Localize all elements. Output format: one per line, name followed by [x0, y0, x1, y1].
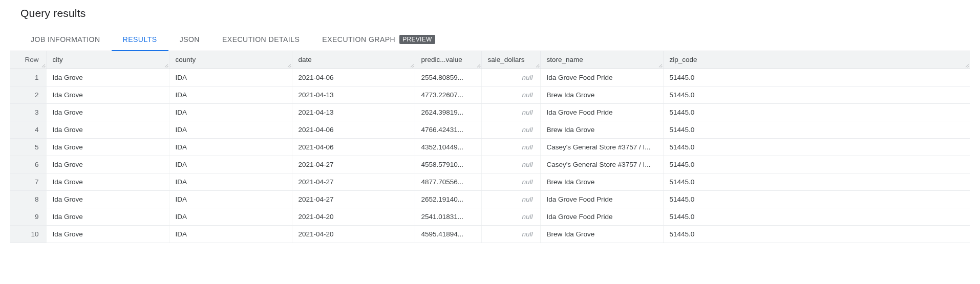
table-row[interactable]: 9Ida GroveIDA2021-04-202541.01831...null…	[10, 208, 970, 225]
table-row[interactable]: 7Ida GroveIDA2021-04-274877.70556...null…	[10, 173, 970, 190]
cell-store_name: Brew Ida Grove	[540, 86, 663, 103]
table-row[interactable]: 8Ida GroveIDA2021-04-272652.19140...null…	[10, 190, 970, 208]
cell-predic_value: 4773.22607...	[415, 86, 481, 103]
cell-date: 2021-04-20	[292, 208, 415, 225]
column-resize-handle-icon[interactable]	[287, 63, 291, 68]
cell-value: IDA	[176, 91, 187, 99]
cell-value: 51445.0	[670, 195, 695, 203]
cell-predic_value: 4558.57910...	[415, 156, 481, 173]
cell-value: Brew Ida Grove	[547, 126, 595, 134]
tab-job-information[interactable]: JOB INFORMATION	[19, 29, 112, 51]
cell-value: Ida Grove	[53, 178, 83, 186]
cell-value: 51445.0	[670, 230, 695, 238]
cell-zip_code: 51445.0	[663, 173, 970, 190]
table-row[interactable]: 5Ida GroveIDA2021-04-064352.10449...null…	[10, 138, 970, 156]
cell-value: 51445.0	[670, 178, 695, 186]
cell-zip_code: 51445.0	[663, 69, 970, 86]
col-header-county[interactable]: county	[169, 51, 292, 69]
col-header-label: date	[299, 56, 312, 63]
tab-label: RESULTS	[123, 35, 157, 43]
table-row[interactable]: 4Ida GroveIDA2021-04-064766.42431...null…	[10, 121, 970, 138]
cell-predic_value: 4352.10449...	[415, 138, 481, 156]
cell-row: 9	[10, 208, 46, 225]
cell-value: 1	[35, 74, 39, 81]
table-row[interactable]: 10Ida GroveIDA2021-04-204595.41894...nul…	[10, 225, 970, 243]
cell-value: 10	[31, 230, 38, 238]
column-resize-handle-icon[interactable]	[410, 63, 414, 68]
cell-value: Ida Grove	[53, 143, 83, 151]
cell-store_name: Ida Grove Food Pride	[540, 69, 663, 86]
col-header-row[interactable]: Row	[10, 51, 46, 69]
cell-value: Ida Grove Food Pride	[547, 108, 613, 116]
table-body: 1Ida GroveIDA2021-04-062554.80859...null…	[10, 69, 970, 243]
col-header-predic_value[interactable]: predic...value	[415, 51, 481, 69]
cell-row: 10	[10, 225, 46, 243]
col-header-store_name[interactable]: store_name	[540, 51, 663, 69]
column-resize-handle-icon[interactable]	[535, 63, 539, 68]
null-value: null	[522, 213, 532, 221]
cell-value: 2624.39819...	[421, 108, 464, 116]
cell-value: Brew Ida Grove	[547, 230, 595, 238]
table-row[interactable]: 6Ida GroveIDA2021-04-274558.57910...null…	[10, 156, 970, 173]
tab-label: JOB INFORMATION	[31, 35, 100, 43]
column-resize-handle-icon[interactable]	[164, 63, 168, 68]
cell-row: 1	[10, 69, 46, 86]
column-resize-handle-icon[interactable]	[965, 63, 969, 68]
col-header-city[interactable]: city	[46, 51, 169, 69]
null-value: null	[522, 74, 532, 81]
col-header-label: Row	[25, 56, 38, 63]
cell-store_name: Ida Grove Food Pride	[540, 190, 663, 208]
cell-value: 51445.0	[670, 143, 695, 151]
page-title: Query results	[10, 0, 970, 29]
tab-execution-details[interactable]: EXECUTION DETAILS	[211, 29, 311, 51]
cell-predic_value: 4877.70556...	[415, 173, 481, 190]
query-results-panel: Query results JOB INFORMATIONRESULTSJSON…	[10, 0, 970, 243]
tab-json[interactable]: JSON	[168, 29, 211, 51]
col-header-date[interactable]: date	[292, 51, 415, 69]
cell-value: Brew Ida Grove	[547, 91, 595, 99]
cell-row: 3	[10, 103, 46, 121]
cell-value: IDA	[176, 213, 187, 221]
column-resize-handle-icon[interactable]	[476, 63, 480, 68]
tab-execution-graph[interactable]: EXECUTION GRAPHPREVIEW	[311, 29, 446, 51]
cell-value: IDA	[176, 74, 187, 81]
results-table-wrapper: Rowcitycountydatepredic...valuesale_doll…	[10, 51, 970, 243]
col-header-sale_dollars[interactable]: sale_dollars	[481, 51, 540, 69]
table-row[interactable]: 2Ida GroveIDA2021-04-134773.22607...null…	[10, 86, 970, 103]
col-header-zip_code[interactable]: zip_code	[663, 51, 970, 69]
cell-value: 51445.0	[670, 161, 695, 168]
column-resize-handle-icon[interactable]	[658, 63, 662, 68]
cell-city: Ida Grove	[46, 86, 169, 103]
table-row[interactable]: 1Ida GroveIDA2021-04-062554.80859...null…	[10, 69, 970, 86]
column-resize-handle-icon[interactable]	[41, 63, 45, 68]
cell-value: Casey's General Store #3757 / I...	[547, 161, 651, 168]
tab-bar: JOB INFORMATIONRESULTSJSONEXECUTION DETA…	[10, 29, 970, 51]
cell-city: Ida Grove	[46, 225, 169, 243]
cell-value: 4	[35, 126, 39, 134]
table-row[interactable]: 3Ida GroveIDA2021-04-132624.39819...null…	[10, 103, 970, 121]
cell-store_name: Ida Grove Food Pride	[540, 208, 663, 225]
cell-sale_dollars: null	[481, 225, 540, 243]
cell-city: Ida Grove	[46, 103, 169, 121]
tab-label: JSON	[180, 35, 200, 43]
cell-value: 7	[35, 178, 39, 186]
cell-value: IDA	[176, 108, 187, 116]
cell-value: 3	[35, 108, 39, 116]
cell-value: Ida Grove	[53, 74, 83, 81]
cell-value: 2021-04-06	[299, 126, 334, 134]
cell-county: IDA	[169, 103, 292, 121]
cell-value: 51445.0	[670, 91, 695, 99]
cell-sale_dollars: null	[481, 86, 540, 103]
cell-value: Ida Grove	[53, 161, 83, 168]
cell-value: 51445.0	[670, 213, 695, 221]
cell-zip_code: 51445.0	[663, 225, 970, 243]
null-value: null	[522, 108, 532, 116]
cell-value: 4773.22607...	[421, 91, 464, 99]
cell-predic_value: 2541.01831...	[415, 208, 481, 225]
cell-zip_code: 51445.0	[663, 190, 970, 208]
cell-sale_dollars: null	[481, 173, 540, 190]
tab-results[interactable]: RESULTS	[112, 29, 168, 51]
cell-value: Ida Grove	[53, 230, 83, 238]
col-header-label: zip_code	[670, 56, 697, 63]
cell-county: IDA	[169, 69, 292, 86]
